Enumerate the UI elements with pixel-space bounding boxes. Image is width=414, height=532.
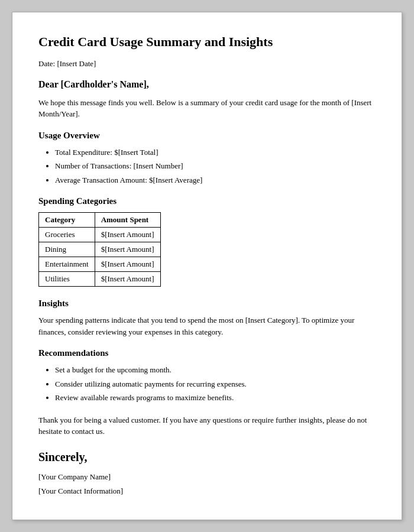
table-row: Dining$[Insert Amount] <box>39 242 161 257</box>
table-cell: $[Insert Amount] <box>95 242 160 257</box>
list-item: Consider utilizing automatic payments fo… <box>55 378 376 390</box>
table-header-amount: Amount Spent <box>95 213 160 228</box>
table-row: Groceries$[Insert Amount] <box>39 228 161 242</box>
table-cell: $[Insert Amount] <box>95 272 160 287</box>
document-title: Credit Card Usage Summary and Insights <box>38 34 376 51</box>
list-item: Average Transaction Amount: $[Insert Ave… <box>55 174 376 186</box>
closing-text: Thank you for being a valued customer. I… <box>38 414 376 437</box>
company-name: [Your Company Name] <box>38 472 376 482</box>
sincerely: Sincerely, <box>38 450 376 464</box>
table-row: Entertainment$[Insert Amount] <box>39 257 161 272</box>
intro-text: We hope this message finds you well. Bel… <box>38 97 376 120</box>
table-cell: Groceries <box>39 228 95 242</box>
insights-text: Your spending patterns indicate that you… <box>38 314 376 338</box>
salutation: Dear [Cardholder's Name], <box>38 79 376 90</box>
insights-heading: Insights <box>38 299 376 309</box>
table-cell: Utilities <box>39 272 95 287</box>
recommendations-heading: Recommendations <box>38 348 376 358</box>
list-item: Number of Transactions: [Insert Number] <box>55 160 376 172</box>
list-item: Review available rewards programs to max… <box>55 392 376 404</box>
table-header-category: Category <box>39 213 95 228</box>
spending-categories-heading: Spending Categories <box>38 196 376 206</box>
table-cell: Dining <box>39 242 95 257</box>
table-body: Groceries$[Insert Amount]Dining$[Insert … <box>39 228 161 287</box>
contact-info: [Your Contact Information] <box>38 486 376 496</box>
usage-overview-list: Total Expenditure: $[Insert Total]Number… <box>38 147 376 186</box>
table-cell: Entertainment <box>39 257 95 272</box>
document-container: Credit Card Usage Summary and Insights D… <box>12 12 402 520</box>
document-date: Date: [Insert Date] <box>38 59 376 69</box>
usage-overview-heading: Usage Overview <box>38 131 376 141</box>
table-cell: $[Insert Amount] <box>95 228 160 242</box>
list-item: Set a budget for the upcoming month. <box>55 364 376 376</box>
table-cell: $[Insert Amount] <box>95 257 160 272</box>
list-item: Total Expenditure: $[Insert Total] <box>55 147 376 158</box>
table-row: Utilities$[Insert Amount] <box>39 272 161 287</box>
spending-table: Category Amount Spent Groceries$[Insert … <box>38 212 161 287</box>
recommendations-list: Set a budget for the upcoming month.Cons… <box>38 364 376 404</box>
